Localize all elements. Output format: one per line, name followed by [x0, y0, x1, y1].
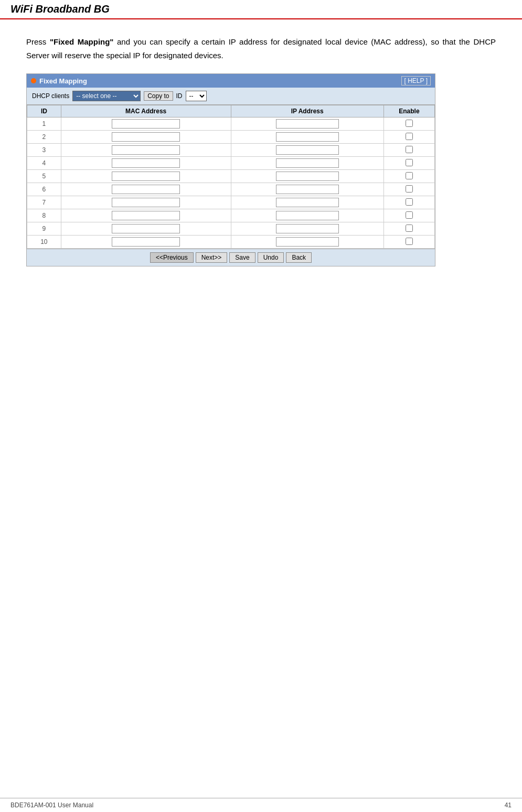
row-ip-7	[231, 196, 383, 209]
save-button[interactable]: Save	[229, 252, 255, 263]
row-id-10: 10	[27, 236, 61, 249]
col-ip: IP Address	[231, 105, 383, 117]
row-ip-10	[231, 236, 383, 249]
table-row: 4	[27, 157, 435, 170]
mac-input-7[interactable]	[112, 198, 180, 207]
row-enable-8	[383, 209, 434, 222]
id-select[interactable]: --	[186, 91, 207, 101]
mac-input-5[interactable]	[112, 172, 180, 181]
row-ip-9	[231, 222, 383, 236]
row-ip-3	[231, 144, 383, 157]
ip-input-7[interactable]	[276, 198, 339, 207]
row-enable-6	[383, 183, 434, 196]
footer-left: BDE761AM-001 User Manual	[10, 802, 93, 809]
ip-input-2[interactable]	[276, 132, 339, 142]
ip-input-4[interactable]	[276, 158, 339, 168]
enable-checkbox-5[interactable]	[406, 172, 413, 179]
dhcp-clients-select[interactable]: -- select one --	[72, 91, 141, 101]
mapping-table: ID MAC Address IP Address Enable 1234567…	[27, 105, 435, 249]
mac-input-6[interactable]	[112, 185, 180, 194]
table-row: 3	[27, 144, 435, 157]
row-enable-10	[383, 236, 434, 249]
enable-checkbox-7[interactable]	[406, 198, 413, 206]
ip-input-10[interactable]	[276, 237, 339, 247]
ip-input-5[interactable]	[276, 172, 339, 181]
copy-to-button[interactable]: Copy to	[144, 91, 173, 101]
footer-right: 41	[505, 802, 512, 809]
previous-button[interactable]: <<Previous	[150, 252, 194, 263]
help-link[interactable]: [ HELP ]	[401, 76, 431, 86]
row-enable-4	[383, 157, 434, 170]
table-row: 10	[27, 236, 435, 249]
table-header: ID MAC Address IP Address Enable	[27, 105, 435, 117]
ip-input-8[interactable]	[276, 211, 339, 220]
enable-checkbox-4[interactable]	[406, 159, 413, 166]
table-row: 7	[27, 196, 435, 209]
panel-header: Fixed Mapping [ HELP ]	[27, 74, 435, 88]
row-enable-9	[383, 222, 434, 236]
row-ip-5	[231, 170, 383, 183]
row-ip-6	[231, 183, 383, 196]
undo-button[interactable]: Undo	[258, 252, 284, 263]
row-mac-2	[61, 131, 231, 144]
table-row: 9	[27, 222, 435, 236]
table-body: 12345678910	[27, 117, 435, 249]
enable-checkbox-3[interactable]	[406, 146, 413, 153]
col-id: ID	[27, 105, 61, 117]
panel-controls: DHCP clients -- select one -- Copy to ID…	[27, 88, 435, 105]
row-id-7: 7	[27, 196, 61, 209]
page-title: WiFi Broadband BG	[10, 3, 512, 15]
row-mac-9	[61, 222, 231, 236]
row-id-6: 6	[27, 183, 61, 196]
enable-checkbox-9[interactable]	[406, 225, 413, 232]
ip-input-3[interactable]	[276, 145, 339, 155]
back-button[interactable]: Back	[286, 252, 312, 263]
mac-input-2[interactable]	[112, 132, 180, 142]
panel-title-left: Fixed Mapping	[31, 77, 87, 85]
mac-input-9[interactable]	[112, 224, 180, 233]
row-ip-1	[231, 117, 383, 131]
mac-input-8[interactable]	[112, 211, 180, 220]
row-ip-2	[231, 131, 383, 144]
table-row: 6	[27, 183, 435, 196]
enable-checkbox-8[interactable]	[406, 211, 413, 219]
row-mac-4	[61, 157, 231, 170]
col-enable: Enable	[383, 105, 434, 117]
row-id-4: 4	[27, 157, 61, 170]
row-ip-8	[231, 209, 383, 222]
row-id-9: 9	[27, 222, 61, 236]
enable-checkbox-1[interactable]	[406, 120, 413, 127]
row-enable-2	[383, 131, 434, 144]
row-mac-10	[61, 236, 231, 249]
row-mac-8	[61, 209, 231, 222]
mac-input-4[interactable]	[112, 158, 180, 168]
ip-input-9[interactable]	[276, 224, 339, 233]
row-mac-1	[61, 117, 231, 131]
row-mac-3	[61, 144, 231, 157]
fixed-mapping-panel: Fixed Mapping [ HELP ] DHCP clients -- s…	[26, 73, 435, 266]
ip-input-6[interactable]	[276, 185, 339, 194]
row-mac-5	[61, 170, 231, 183]
table-row: 8	[27, 209, 435, 222]
panel-footer: <<Previous Next>> Save Undo Back	[27, 249, 435, 266]
row-id-5: 5	[27, 170, 61, 183]
row-ip-4	[231, 157, 383, 170]
page-header: WiFi Broadband BG	[0, 0, 522, 19]
col-mac: MAC Address	[61, 105, 231, 117]
mac-input-1[interactable]	[112, 119, 180, 129]
enable-checkbox-2[interactable]	[406, 133, 413, 140]
next-button[interactable]: Next>>	[196, 252, 228, 263]
ip-input-1[interactable]	[276, 119, 339, 129]
row-enable-1	[383, 117, 434, 131]
mac-input-10[interactable]	[112, 237, 180, 247]
table-row: 5	[27, 170, 435, 183]
mac-input-3[interactable]	[112, 145, 180, 155]
page-content: Press "Fixed Mapping" and you can specif…	[0, 19, 522, 282]
table-row: 2	[27, 131, 435, 144]
enable-checkbox-10[interactable]	[406, 238, 413, 245]
page-footer: BDE761AM-001 User Manual 41	[0, 798, 522, 812]
row-id-1: 1	[27, 117, 61, 131]
enable-checkbox-6[interactable]	[406, 185, 413, 193]
row-enable-7	[383, 196, 434, 209]
row-enable-3	[383, 144, 434, 157]
